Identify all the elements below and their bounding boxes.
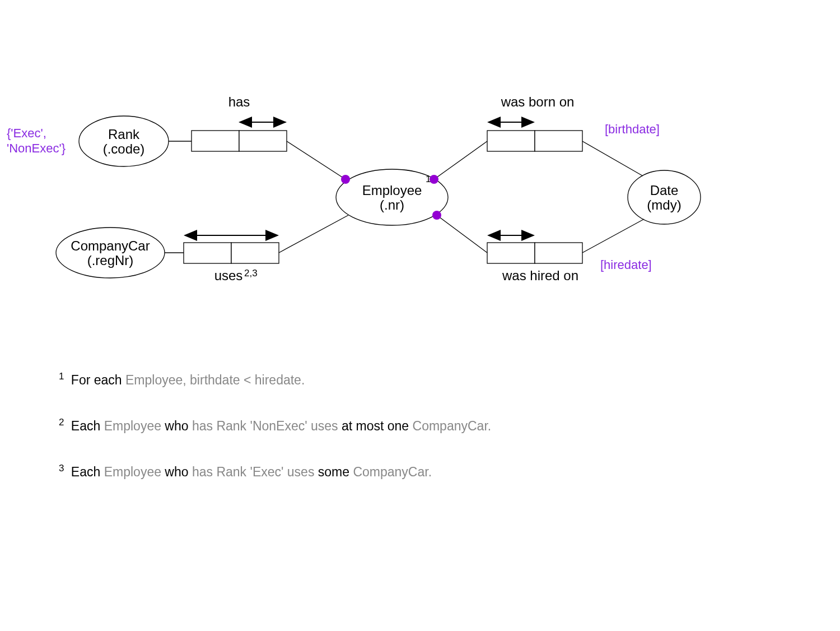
entity-employee-ref: (.nr) xyxy=(380,197,404,212)
entity-companycar-ref: (.regNr) xyxy=(87,253,134,268)
svg-rect-6 xyxy=(487,131,535,151)
rolename-birthdate: [birthdate] xyxy=(605,122,660,136)
svg-rect-10 xyxy=(535,243,582,263)
footnote-3: 3 Each Employee who has Rank 'Exec' uses… xyxy=(59,462,619,481)
footnote-3-m2: some xyxy=(318,464,353,479)
footnote-3-g2: has Rank 'Exec' uses xyxy=(192,464,318,479)
predicate-has: has xyxy=(192,94,287,151)
footnote-2: 2 Each Employee who has Rank 'NonExec' u… xyxy=(59,416,619,435)
footnotes: 1 For each Employee, birthdate < hiredat… xyxy=(59,370,619,508)
footnote-3-m1: who xyxy=(165,464,192,479)
rolename-hiredate: [hiredate] xyxy=(600,258,652,272)
predicate-hired-label: was hired on xyxy=(502,268,578,283)
entity-rank-name: Rank xyxy=(108,127,140,142)
predicate-uses-label: uses xyxy=(214,268,243,283)
footnote-2-pre: Each xyxy=(71,419,104,433)
footnote-3-num: 3 xyxy=(59,463,64,474)
rank-value-constraint-l1: {'Exec', xyxy=(7,126,46,140)
connector-has-employee xyxy=(287,141,346,179)
rank-value-constraint-l2: 'NonExec'} xyxy=(7,141,66,155)
footnote-1-gray: Employee, birthdate < hiredate. xyxy=(125,373,305,387)
predicate-born-label: was born on xyxy=(501,94,575,109)
connector-employee-born xyxy=(434,141,487,179)
footnote-3-g3: CompanyCar. xyxy=(353,464,432,479)
orm-diagram: Rank (.code) {'Exec', 'NonExec'} Company… xyxy=(0,0,840,631)
footnote-2-g2: has Rank 'NonExec' uses xyxy=(192,419,342,433)
mandatory-dot-hired xyxy=(432,211,441,220)
predicate-uses-sup: 2,3 xyxy=(244,268,258,279)
mandatory-dot-born xyxy=(430,175,438,184)
connector-uses-employee xyxy=(279,215,348,253)
svg-rect-3 xyxy=(184,243,231,263)
entity-employee-name: Employee xyxy=(362,183,422,198)
predicate-hired: was hired on xyxy=(487,235,582,283)
mandatory-dot-has xyxy=(341,175,350,184)
svg-rect-4 xyxy=(231,243,279,263)
footnote-1-pre: For each xyxy=(71,373,125,387)
footnote-1-num: 1 xyxy=(59,371,64,382)
predicate-uses: uses 2,3 xyxy=(184,235,279,283)
footnote-2-g3: CompanyCar. xyxy=(413,419,492,433)
footnote-2-num: 2 xyxy=(59,417,64,428)
svg-rect-1 xyxy=(239,131,287,151)
entity-rank-ref: (.code) xyxy=(103,141,145,156)
entity-companycar-name: CompanyCar xyxy=(71,238,150,253)
svg-rect-7 xyxy=(535,131,582,151)
entity-date-name: Date xyxy=(650,183,679,198)
connector-hired-date xyxy=(582,219,644,253)
svg-rect-0 xyxy=(192,131,239,151)
predicate-has-label: has xyxy=(228,94,250,109)
footnote-1: 1 For each Employee, birthdate < hiredat… xyxy=(59,370,619,389)
connector-born-date xyxy=(582,141,643,176)
entity-date-ref: (mdy) xyxy=(647,197,681,212)
footnote-2-m1: who xyxy=(165,419,192,433)
svg-rect-9 xyxy=(487,243,535,263)
footnote-3-pre: Each xyxy=(71,464,104,479)
footnote-2-m2: at most one xyxy=(342,419,413,433)
footnote-2-g1: Employee xyxy=(104,419,165,433)
footnote-3-g1: Employee xyxy=(104,464,165,479)
connector-employee-hired xyxy=(437,215,487,253)
predicate-born: was born on xyxy=(487,94,582,151)
